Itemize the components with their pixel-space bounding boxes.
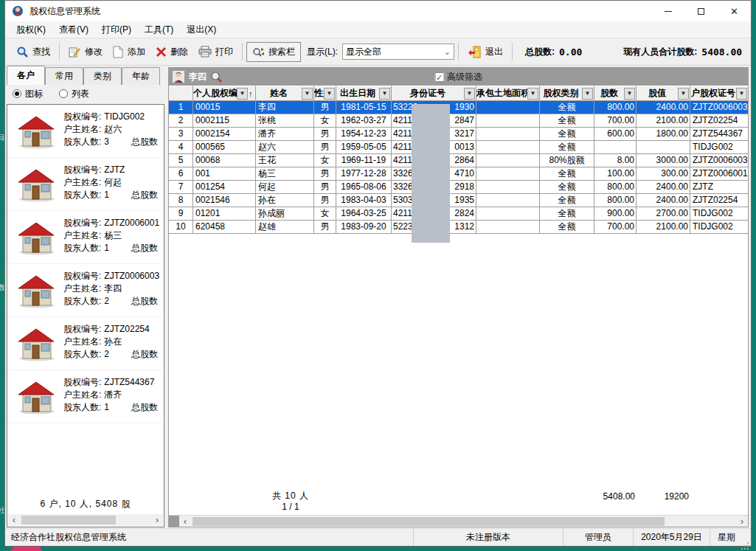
household-item[interactable]: 股权编号:ZJTZ544367 户主姓名:潘齐 股东人数:1总股数	[7, 370, 164, 423]
toolbar: 查找 修改 添加 删除 打印 搜索栏	[5, 38, 751, 66]
maximize-button[interactable]	[684, 1, 718, 21]
household-item[interactable]: 股权编号:ZJTZ0006003 户主姓名:李四 股东人数:2总股数	[7, 264, 164, 317]
cell-shares: 100.00	[594, 167, 637, 180]
resize-grip-icon[interactable]	[747, 542, 749, 544]
delete-button[interactable]: 删除	[150, 43, 193, 61]
table-row[interactable]: 30002154潘齐男1954-12-23421123217全额600.0018…	[169, 128, 749, 141]
sidebar-tabs: 各户常用类别年龄	[7, 67, 164, 85]
column-header[interactable]: 承包土地面积▼	[476, 86, 540, 101]
minimize-button[interactable]	[651, 1, 684, 21]
cell-type: 全额	[540, 221, 594, 233]
filter-dropdown-icon[interactable]: ▼	[237, 88, 248, 100]
filter-dropdown-icon[interactable]: ▼	[624, 88, 635, 100]
household-item[interactable]: 股权编号:TIDJG002 户主姓名:赵六 股东人数:3总股数	[7, 105, 164, 158]
household-owner: 孙在	[104, 336, 122, 347]
filter-dropdown-icon[interactable]: ▼	[736, 88, 747, 100]
print-button[interactable]: 打印	[193, 43, 238, 61]
table-row[interactable]: 80021546孙在男1983-04-03530321935全额800.0024…	[169, 194, 749, 207]
cell-land	[476, 194, 540, 207]
cell-value: 2100.00	[637, 114, 690, 127]
cell-shares	[594, 141, 637, 153]
household-code: ZJTZ02254	[104, 324, 149, 334]
column-header[interactable]: 个人股权编号▼↑	[193, 86, 256, 101]
table-scrollbar[interactable]: ‹ ›	[169, 515, 748, 527]
household-summary: 6 户, 10 人, 5408 股	[7, 498, 164, 510]
status-user: 管理员	[563, 529, 634, 546]
sidebar-tab[interactable]: 年龄	[122, 67, 160, 85]
search-bar-toggle[interactable]: 搜索栏	[246, 42, 301, 62]
menu-item[interactable]: 打印(P)	[95, 21, 138, 38]
household-item[interactable]: 股权编号:ZJTZ 户主姓名:何起 股东人数:1总股数	[7, 158, 164, 211]
scrollbar-box[interactable]	[169, 516, 179, 527]
scroll-left-icon[interactable]: ‹	[179, 516, 191, 527]
checkbox-checked-icon[interactable]: ✓	[434, 72, 444, 82]
menu-item[interactable]: 工具(T)	[138, 21, 180, 38]
sidebar-tab[interactable]: 类别	[83, 67, 122, 85]
house-icon	[15, 273, 58, 308]
advanced-filter[interactable]: ✓ 高级筛选	[434, 71, 482, 83]
add-button[interactable]: 添加	[108, 43, 150, 61]
scroll-right-icon[interactable]: ›	[151, 514, 163, 526]
table-row[interactable]: 100015李四男1981-05-15532221930全额800.002400…	[169, 101, 749, 114]
household-item[interactable]: 股权编号:ZJTZ0006001 户主姓名:杨三 股东人数:1总股数	[7, 211, 164, 264]
table-row[interactable]: 4000565赵六男1959-05-05421120013全额TIDJG002	[169, 141, 749, 154]
column-header[interactable]: 户股权证号▼	[690, 86, 749, 101]
cell-type: 80%股额	[540, 154, 594, 167]
scroll-right-icon[interactable]: ›	[736, 516, 748, 527]
sidebar-tab[interactable]: 常用	[45, 67, 83, 85]
scroll-left-icon[interactable]: ‹	[8, 514, 20, 526]
filter-dropdown-icon[interactable]: ▼	[379, 88, 390, 100]
radio-icon-view[interactable]: 图标	[13, 88, 43, 100]
status-app-name: 经济合作社股权信息管理系统	[5, 529, 414, 546]
filter-dropdown-icon[interactable]: ▼	[464, 88, 475, 100]
radio-list-view[interactable]: 列表	[59, 88, 89, 100]
modify-button[interactable]: 修改	[63, 43, 108, 61]
household-item[interactable]: 股权编号:ZJTZ02254 户主姓名:孙在 股东人数:2总股数	[7, 317, 164, 370]
table-row[interactable]: 901201孙成丽女1964-03-25421122824全额900.00270…	[169, 207, 749, 221]
column-header[interactable]: 出生日期▼	[336, 86, 392, 101]
menu-item[interactable]: 股权(K)	[10, 21, 52, 38]
column-header[interactable]: 姓名▼	[256, 86, 314, 101]
total-shares-label: 总股数:	[525, 46, 555, 58]
column-header[interactable]: 股值▼	[637, 86, 690, 101]
filter-dropdown-icon[interactable]: ▼	[324, 88, 335, 100]
radio-unselected-icon	[59, 89, 68, 98]
column-header[interactable]: 身份证号▼	[392, 86, 476, 101]
table-row[interactable]: 10620458赵雄男1983-09-20522321312全额700.0021…	[169, 221, 749, 234]
table-header-row: 个人股权编号▼↑姓名▼性别▼出生日期▼身份证号▼承包土地面积▼股权类别▼股数▼股…	[169, 86, 749, 101]
filter-dropdown-icon[interactable]: ▼	[527, 88, 538, 100]
cell-sex: 男	[314, 128, 336, 140]
scrollbar-thumb[interactable]	[193, 517, 665, 526]
exit-button[interactable]: 退出	[462, 43, 508, 61]
title-bar[interactable]: 股权信息管理系统 ✕	[5, 1, 751, 21]
sidebar-tab[interactable]: 各户	[7, 66, 45, 85]
display-select[interactable]: 显示全部 ⌄	[342, 44, 454, 60]
table-row[interactable]: 20002115张桃女1962-03-27421122847全额700.0021…	[169, 114, 749, 128]
menu-item[interactable]: 查看(V)	[52, 21, 95, 38]
main-area: 各户常用类别年龄 图标 列表	[5, 66, 751, 529]
scrollbar-thumb[interactable]	[21, 516, 116, 524]
cell-land	[476, 167, 540, 180]
table-body: 100015李四男1981-05-15532221930全额800.002400…	[169, 101, 749, 234]
table-row[interactable]: 6001杨三男1977-12-28332604710全额100.00300.00…	[169, 167, 749, 181]
table-row[interactable]: 7001254何起男1965-08-06332622918全额800.00240…	[169, 181, 749, 194]
cell-code: 001254	[193, 181, 256, 193]
menu-item[interactable]: 退出(X)	[180, 21, 223, 38]
cell-birth: 1964-03-25	[336, 207, 392, 220]
column-header[interactable]: 性别▼	[314, 86, 336, 101]
cell-cert: ZJTZ0006001	[690, 167, 749, 180]
find-button[interactable]: 查找	[11, 43, 55, 61]
window-title: 股权信息管理系统	[30, 5, 100, 18]
close-button[interactable]: ✕	[718, 1, 751, 21]
cell-land	[476, 101, 540, 114]
magnifier-icon[interactable]	[210, 71, 223, 83]
filter-dropdown-icon[interactable]: ▼	[582, 88, 593, 100]
document-icon	[113, 46, 124, 58]
column-header[interactable]: 股数▼	[594, 86, 637, 101]
column-header-label: 股值	[637, 87, 678, 100]
sidebar-scrollbar[interactable]: ‹ ›	[8, 514, 163, 526]
column-header[interactable]: 股权类别▼	[540, 86, 594, 101]
filter-dropdown-icon[interactable]: ▼	[302, 88, 313, 100]
table-row[interactable]: 500068王花女1969-11-1942112286480%股额8.00300…	[169, 154, 749, 167]
filter-dropdown-icon[interactable]: ▼	[678, 88, 689, 100]
